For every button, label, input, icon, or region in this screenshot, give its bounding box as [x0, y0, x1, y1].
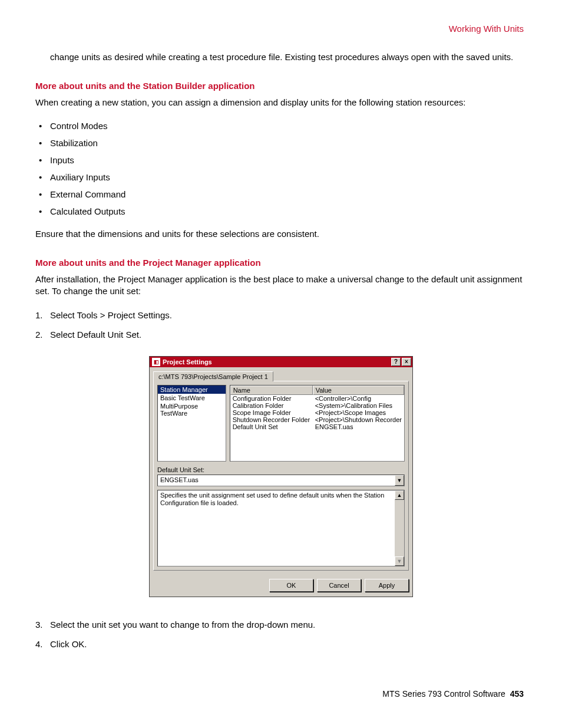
section1-heading: More about units and the Station Builder…	[35, 81, 527, 91]
bullet-item: Calculated Outputs	[35, 203, 527, 220]
scroll-down-icon[interactable]: ▼	[395, 556, 404, 566]
col-header-value[interactable]: Value	[313, 386, 404, 395]
cancel-button[interactable]: Cancel	[317, 579, 361, 592]
ok-button[interactable]: OK	[269, 579, 313, 592]
dialog-title: Project Settings	[163, 358, 390, 365]
cell-value[interactable]: <Project>\Shutdown Recorder	[313, 416, 404, 423]
dialog-titlebar[interactable]: ◧ Project Settings ? ×	[150, 357, 412, 367]
section2-lead: After installation, the Project Manager …	[35, 274, 527, 298]
close-button[interactable]: ×	[402, 358, 411, 366]
page-header: Working With Units	[35, 24, 527, 34]
step-item: Click OK.	[35, 634, 527, 654]
list-item[interactable]: Basic TestWare	[158, 394, 226, 402]
cell-name[interactable]: Configuration Folder	[230, 395, 313, 402]
bullet-item: Auxiliary Inputs	[35, 169, 527, 186]
app-icon: ◧	[152, 358, 160, 366]
bullet-item: External Command	[35, 186, 527, 203]
step-item: Select the unit set you want to change t…	[35, 615, 527, 634]
section2-heading: More about units and the Project Manager…	[35, 258, 527, 268]
step-item: Select Tools > Project Settings.	[35, 305, 527, 325]
section1-bullets: Control Modes Stabilization Inputs Auxil…	[35, 117, 527, 220]
path-tab[interactable]: c:\MTS 793\Projects\Sample Project 1	[153, 371, 273, 381]
scroll-up-icon[interactable]: ▲	[395, 490, 404, 500]
project-settings-dialog: ◧ Project Settings ? × c:\MTS 793\Projec…	[149, 356, 413, 597]
cell-value[interactable]: <System>\Calibration Files	[313, 402, 404, 409]
description-box: Specifies the unit assignment set used t…	[157, 490, 405, 566]
dropdown-value: ENGSET.uas	[158, 475, 395, 486]
section1-tail: Ensure that the dimensions and units for…	[35, 228, 527, 240]
scroll-track[interactable]	[395, 500, 404, 556]
help-button[interactable]: ?	[391, 358, 401, 366]
settings-table[interactable]: Name Value Configuration Folder<Controll…	[230, 385, 405, 462]
bullet-item: Stabilization	[35, 134, 527, 151]
cell-name[interactable]: Scope Image Folder	[230, 409, 313, 416]
steps-top: Select Tools > Project Settings. Select …	[35, 305, 527, 344]
default-unit-set-label: Default Unit Set:	[157, 466, 405, 473]
cell-value[interactable]: <Controller>\Config	[313, 395, 404, 402]
cell-name[interactable]: Shutdown Recorder Folder	[230, 416, 313, 423]
chevron-down-icon[interactable]: ▼	[395, 475, 404, 486]
footer-page-number: 453	[510, 689, 524, 699]
apply-button[interactable]: Apply	[365, 579, 409, 592]
section1-lead: When creating a new station, you can ass…	[35, 97, 527, 108]
cell-value[interactable]: <Project>\Scope Images	[313, 409, 404, 416]
list-item[interactable]: Station Manager	[158, 386, 226, 394]
footer-product: MTS Series 793 Control Software	[382, 689, 505, 699]
bullet-item: Control Modes	[35, 117, 527, 134]
steps-bottom: Select the unit set you want to change t…	[35, 615, 527, 654]
col-header-name[interactable]: Name	[230, 386, 313, 395]
cell-value[interactable]: ENGSET.uas	[313, 423, 404, 430]
scrollbar[interactable]: ▲ ▼	[395, 490, 404, 566]
step-item: Select Default Unit Set.	[35, 325, 527, 344]
description-text: Specifies the unit assignment set used t…	[158, 490, 395, 566]
category-list[interactable]: Station Manager Basic TestWare MultiPurp…	[157, 385, 226, 462]
page-footer: MTS Series 793 Control Software 453	[35, 666, 527, 699]
bullet-item: Inputs	[35, 151, 527, 169]
cell-name[interactable]: Calibration Folder	[230, 402, 313, 409]
intro-text: change units as desired while creating a…	[35, 51, 527, 63]
cell-name[interactable]: Default Unit Set	[230, 423, 313, 430]
list-item[interactable]: MultiPurpose TestWare	[158, 402, 226, 417]
default-unit-set-dropdown[interactable]: ENGSET.uas ▼	[157, 475, 405, 486]
